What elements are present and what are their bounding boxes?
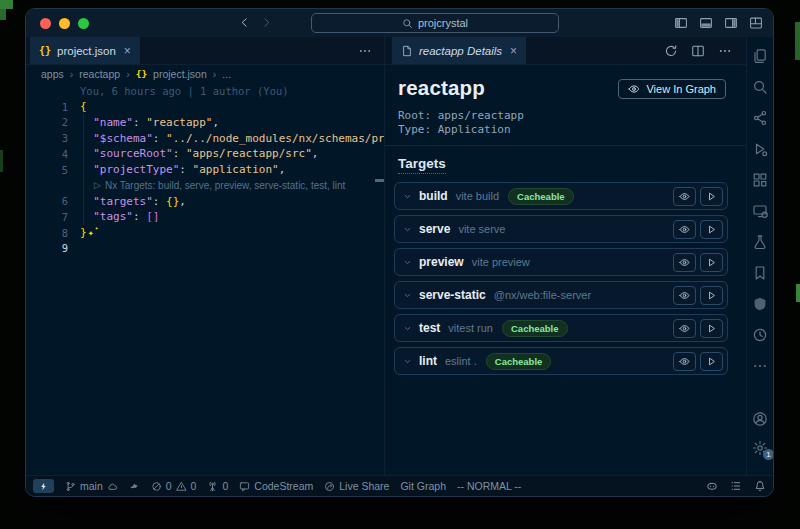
chevron-down-icon[interactable]	[403, 324, 412, 333]
code-line[interactable]: 6 "targets": {},	[26, 193, 384, 209]
target-row-serve[interactable]: servevite serve	[394, 215, 728, 243]
files-icon[interactable]	[752, 48, 768, 64]
view-target-config-button[interactable]	[673, 319, 696, 338]
chevron-down-icon[interactable]	[403, 258, 412, 267]
nx-targets-codelens[interactable]: ▷Nx Targets: build, serve, preview, serv…	[26, 178, 384, 194]
chevron-down-icon[interactable]	[403, 192, 412, 201]
view-target-config-button[interactable]	[673, 352, 696, 371]
vim-mode-status[interactable]: -- NORMAL --	[457, 480, 521, 492]
toggle-primary-sidebar-icon[interactable]	[674, 16, 688, 30]
git-graph-status[interactable]: Git Graph	[400, 480, 446, 492]
code-line[interactable]: 9	[26, 241, 384, 257]
run-debug-icon[interactable]	[752, 141, 768, 157]
error-icon	[151, 481, 162, 492]
toggle-secondary-sidebar-icon[interactable]	[724, 16, 738, 30]
tab-strip: {} project.json × reactapp Details ×	[26, 37, 746, 65]
screen-artifact	[0, 0, 13, 9]
toggle-panel-icon[interactable]	[699, 16, 713, 30]
problems-status[interactable]: 0 0	[151, 480, 197, 492]
more-actions-icon[interactable]	[718, 44, 732, 58]
view-target-config-button[interactable]	[673, 187, 696, 206]
code-editor[interactable]: You, 6 hours ago | 1 author (You)1{2 "na…	[26, 83, 384, 475]
copilot-icon[interactable]	[706, 480, 718, 492]
search-value: projcrystal	[418, 17, 468, 29]
ports-status[interactable]: 0	[207, 480, 228, 492]
close-tab-icon[interactable]: ×	[510, 44, 517, 58]
customize-layout-icon[interactable]	[749, 16, 763, 30]
tab-reactapp-details[interactable]: reactapp Details ×	[392, 37, 526, 64]
ai-sparkle-icon[interactable]: ✦✦	[88, 227, 94, 238]
notifications-bell-icon[interactable]	[754, 480, 766, 492]
run-target-button[interactable]	[700, 319, 723, 338]
run-target-button[interactable]	[700, 253, 723, 272]
minimize-window-button[interactable]	[59, 18, 70, 29]
target-row-lint[interactable]: linteslint .Cacheable	[394, 347, 728, 375]
view-in-graph-button[interactable]: View In Graph	[618, 79, 726, 99]
target-row-preview[interactable]: previewvite preview	[394, 248, 728, 276]
code-line[interactable]: 4 "sourceRoot": "apps/reactapp/src",	[26, 146, 384, 162]
run-target-button[interactable]	[700, 352, 723, 371]
forward-icon[interactable]	[260, 16, 273, 29]
eye-icon	[628, 83, 640, 95]
code-line[interactable]: 5 "projectType": "application",	[26, 162, 384, 178]
blame-annotation[interactable]: You, 6 hours ago | 1 author (You)	[26, 83, 384, 99]
live-share-status[interactable]: Live Share	[324, 480, 389, 492]
remote-explorer-icon[interactable]	[752, 203, 768, 219]
view-target-config-button[interactable]	[673, 286, 696, 305]
breadcrumb-item-symbol[interactable]: ...	[222, 68, 231, 80]
chevron-down-icon[interactable]	[403, 291, 412, 300]
target-row-serve-static[interactable]: serve-static@nx/web:file-server	[394, 281, 728, 309]
codestream-status[interactable]: CodeStream	[239, 480, 313, 492]
run-target-button[interactable]	[700, 187, 723, 206]
gitlens-icon[interactable]	[752, 296, 768, 312]
nx-lightning-status[interactable]	[33, 479, 54, 493]
extensions-icon[interactable]	[752, 172, 768, 188]
target-row-build[interactable]: buildvite buildCacheable	[394, 182, 728, 210]
source-control-icon[interactable]	[752, 110, 768, 126]
back-icon[interactable]	[238, 16, 251, 29]
chevron-down-icon[interactable]	[403, 225, 412, 234]
testing-icon[interactable]	[752, 234, 768, 250]
command-center-search[interactable]: projcrystal	[311, 13, 559, 33]
more-icon[interactable]	[752, 358, 768, 374]
share-icon	[324, 481, 335, 492]
zoom-window-button[interactable]	[78, 18, 89, 29]
breadcrumb-item-apps[interactable]: apps	[41, 68, 64, 80]
nx-project-details-panel: reactapp View In Graph Root: apps/reacta…	[385, 64, 746, 475]
tab-project-json[interactable]: {} project.json ×	[30, 37, 140, 64]
history-icon[interactable]	[752, 327, 768, 343]
more-actions-icon[interactable]	[358, 44, 372, 58]
extension-status[interactable]	[129, 481, 140, 492]
code-line[interactable]: 3 "$schema": "../../node_modules/nx/sche…	[26, 130, 384, 146]
breadcrumb-separator: ›	[213, 68, 217, 80]
code-line[interactable]: 8}✦✦	[26, 225, 384, 241]
code-line[interactable]: 1{	[26, 99, 384, 115]
split-editor-icon[interactable]	[691, 44, 705, 58]
chevron-down-icon[interactable]	[403, 357, 412, 366]
branch-status[interactable]: main	[65, 480, 118, 492]
view-target-config-button[interactable]	[673, 220, 696, 239]
settings-icon[interactable]: 1	[752, 440, 768, 456]
line-number: 6	[26, 195, 80, 207]
view-target-config-button[interactable]	[673, 253, 696, 272]
account-icon[interactable]	[752, 411, 768, 427]
target-name: test	[419, 321, 440, 335]
radio-tower-icon	[207, 481, 218, 492]
outline-icon[interactable]	[730, 480, 742, 492]
breadcrumb-item-reactapp[interactable]: reactapp	[79, 68, 120, 80]
search-icon[interactable]	[752, 79, 768, 95]
status-bar: main 0 0 0 CodeStream Live Share	[26, 475, 773, 496]
close-tab-icon[interactable]: ×	[124, 44, 131, 58]
refresh-icon[interactable]	[664, 44, 678, 58]
target-row-test[interactable]: testvitest runCacheable	[394, 314, 728, 342]
run-target-button[interactable]	[700, 220, 723, 239]
breadcrumb-item-project-json[interactable]: project.json	[153, 68, 207, 80]
code-line[interactable]: 2 "name": "reactapp",	[26, 115, 384, 131]
code-lines: You, 6 hours ago | 1 author (You)1{2 "na…	[26, 83, 384, 256]
run-target-button[interactable]	[700, 286, 723, 305]
bookmarks-icon[interactable]	[752, 265, 768, 281]
code-line[interactable]: 7 "tags": []	[26, 209, 384, 225]
close-window-button[interactable]	[40, 18, 51, 29]
play-icon	[706, 290, 717, 301]
comment-icon	[239, 481, 250, 492]
